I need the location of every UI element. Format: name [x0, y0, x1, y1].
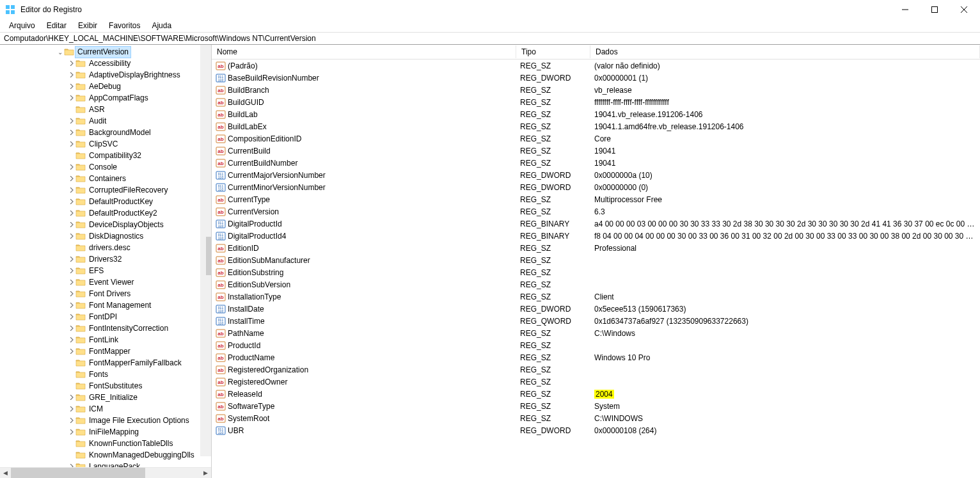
- expand-icon[interactable]: [68, 221, 75, 228]
- value-row[interactable]: abSoftwareTypeREG_SZSystem: [212, 400, 980, 412]
- expand-icon[interactable]: [68, 279, 75, 286]
- value-row[interactable]: abProductNameREG_SZWindows 10 Pro: [212, 351, 980, 363]
- expand-icon[interactable]: [68, 267, 75, 275]
- tree-node[interactable]: Drivers32: [0, 253, 211, 265]
- tree-node[interactable]: LanguagePack: [0, 461, 211, 467]
- tree-node[interactable]: Accessibility: [0, 58, 211, 69]
- tree-node[interactable]: FontIntensityCorrection: [0, 323, 211, 334]
- value-row[interactable]: abCurrentBuildREG_SZ19041: [212, 145, 980, 157]
- value-row[interactable]: abCurrentBuildNumberREG_SZ19041: [212, 157, 980, 169]
- menu-arquivo[interactable]: Arquivo: [4, 20, 40, 31]
- value-row[interactable]: abReleaseIdREG_SZ2004: [212, 388, 980, 400]
- expand-icon[interactable]: [68, 60, 75, 67]
- value-row[interactable]: 011110CurrentMinorVersionNumberREG_DWORD…: [212, 181, 980, 193]
- expand-icon[interactable]: [68, 95, 75, 102]
- collapse-icon[interactable]: ⌄: [56, 49, 64, 56]
- expand-icon[interactable]: [68, 314, 75, 321]
- expand-icon[interactable]: [68, 118, 75, 125]
- expand-icon[interactable]: [68, 164, 75, 171]
- expand-icon[interactable]: [68, 325, 75, 332]
- tree-node[interactable]: ASR: [0, 104, 211, 115]
- value-row[interactable]: 011110InstallTimeREG_QWORD0x1d634737a6af…: [212, 315, 980, 327]
- tree-node[interactable]: FontMapper: [0, 346, 211, 357]
- expand-icon[interactable]: [68, 394, 75, 401]
- tree-node[interactable]: DefaultProductKey2: [0, 207, 211, 219]
- expand-icon[interactable]: [68, 187, 75, 194]
- tree-node[interactable]: GRE_Initialize: [0, 392, 211, 403]
- scrollbar-thumb[interactable]: [11, 468, 145, 479]
- value-row[interactable]: abBuildLabREG_SZ19041.vb_release.191206-…: [212, 108, 980, 120]
- tree-node[interactable]: FontSubstitutes: [0, 380, 211, 392]
- value-row[interactable]: abBuildBranchREG_SZvb_release: [212, 84, 980, 96]
- tree-node[interactable]: FontMapperFamilyFallback: [0, 357, 211, 369]
- scroll-left-button[interactable]: ◀: [0, 468, 11, 479]
- tree-node[interactable]: BackgroundModel: [0, 127, 211, 138]
- expand-icon[interactable]: [68, 429, 75, 436]
- address-bar[interactable]: Computador\HKEY_LOCAL_MACHINE\SOFTWARE\M…: [0, 32, 980, 45]
- value-row[interactable]: abInstallationTypeREG_SZClient: [212, 291, 980, 303]
- menu-ajuda[interactable]: Ajuda: [146, 20, 177, 31]
- tree-node[interactable]: DeviceDisplayObjects: [0, 219, 211, 230]
- menu-favoritos[interactable]: Favoritos: [104, 20, 145, 31]
- expand-icon[interactable]: [68, 141, 75, 148]
- expand-icon[interactable]: [68, 129, 75, 136]
- tree-node[interactable]: DiskDiagnostics: [0, 230, 211, 242]
- expand-icon[interactable]: [68, 291, 75, 298]
- expand-icon[interactable]: [68, 348, 75, 355]
- tree-node[interactable]: KnownManagedDebuggingDlls: [0, 449, 211, 461]
- value-row[interactable]: 011110CurrentMajorVersionNumberREG_DWORD…: [212, 169, 980, 181]
- value-row[interactable]: abRegisteredOwnerREG_SZ: [212, 376, 980, 388]
- value-row[interactable]: abBuildLabExREG_SZ19041.1.amd64fre.vb_re…: [212, 120, 980, 132]
- value-row[interactable]: abEditionSubVersionREG_SZ: [212, 278, 980, 291]
- value-row[interactable]: 011110BaseBuildRevisionNumberREG_DWORD0x…: [212, 72, 980, 84]
- close-button[interactable]: [949, 0, 979, 19]
- value-row[interactable]: abCurrentVersionREG_SZ6.3: [212, 205, 980, 218]
- tree-node[interactable]: KnownFunctionTableDlls: [0, 438, 211, 449]
- value-row[interactable]: abPathNameREG_SZC:\Windows: [212, 327, 980, 339]
- tree-node[interactable]: Fonts: [0, 369, 211, 380]
- menu-editar[interactable]: Editar: [42, 20, 72, 31]
- value-row[interactable]: ab(Padrão)REG_SZ(valor não definido): [212, 60, 980, 72]
- expand-icon[interactable]: [68, 210, 75, 217]
- expand-icon[interactable]: [68, 72, 75, 79]
- expand-icon[interactable]: [68, 417, 75, 424]
- tree-node[interactable]: Audit: [0, 115, 211, 127]
- tree-node[interactable]: ICM: [0, 403, 211, 415]
- value-row[interactable]: abEditionSubstringREG_SZ: [212, 266, 980, 278]
- tree-node[interactable]: AdaptiveDisplayBrightness: [0, 69, 211, 81]
- tree-node[interactable]: FontLink: [0, 334, 211, 346]
- expand-icon[interactable]: [68, 256, 75, 263]
- tree-node[interactable]: FontDPI: [0, 311, 211, 323]
- value-row[interactable]: abRegisteredOrganizationREG_SZ: [212, 363, 980, 376]
- value-row[interactable]: abCurrentTypeREG_SZMultiprocessor Free: [212, 193, 980, 205]
- maximize-button[interactable]: [920, 0, 949, 19]
- tree-node[interactable]: ClipSVC: [0, 138, 211, 150]
- tree-vertical-scrollbar[interactable]: [200, 45, 211, 456]
- expand-icon[interactable]: [68, 198, 75, 205]
- registry-tree[interactable]: ⌄CurrentVersionAccessibilityAdaptiveDisp…: [0, 45, 211, 467]
- tree-node[interactable]: EFS: [0, 265, 211, 276]
- minimize-button[interactable]: [890, 0, 920, 19]
- values-list[interactable]: ab(Padrão)REG_SZ(valor não definido)0111…: [212, 60, 980, 478]
- tree-node-currentversion[interactable]: ⌄CurrentVersion: [0, 46, 211, 58]
- tree-node[interactable]: Compatibility32: [0, 150, 211, 161]
- scroll-right-button[interactable]: ▶: [200, 468, 211, 479]
- value-row[interactable]: abProductIdREG_SZ: [212, 339, 980, 351]
- tree-node[interactable]: Font Drivers: [0, 288, 211, 299]
- value-row[interactable]: abEditionSubManufacturerREG_SZ: [212, 254, 980, 266]
- value-row[interactable]: abEditionIDREG_SZProfessional: [212, 242, 980, 254]
- tree-node[interactable]: drivers.desc: [0, 242, 211, 253]
- column-header-type[interactable]: Tipo: [516, 45, 590, 58]
- tree-node[interactable]: AeDebug: [0, 81, 211, 92]
- expand-icon[interactable]: [68, 337, 75, 344]
- value-row[interactable]: abCompositionEditionIDREG_SZCore: [212, 132, 980, 145]
- tree-node[interactable]: IniFileMapping: [0, 426, 211, 438]
- column-header-data[interactable]: Dados: [590, 45, 980, 58]
- tree-node[interactable]: AppCompatFlags: [0, 92, 211, 104]
- tree-node[interactable]: Containers: [0, 173, 211, 184]
- expand-icon[interactable]: [68, 302, 75, 309]
- value-row[interactable]: abSystemRootREG_SZC:\WINDOWS: [212, 412, 980, 424]
- column-header-name[interactable]: Nome: [212, 45, 516, 58]
- tree-node[interactable]: CorruptedFileRecovery: [0, 184, 211, 196]
- expand-icon[interactable]: [68, 175, 75, 182]
